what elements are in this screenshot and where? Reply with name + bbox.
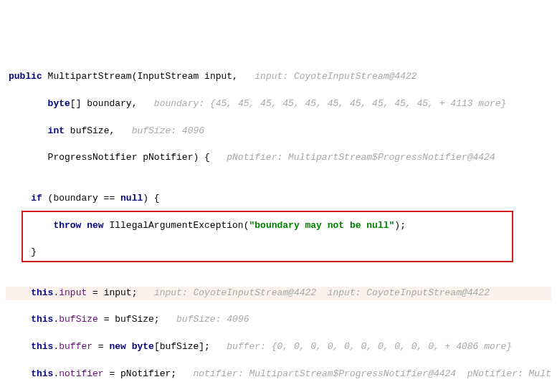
debug-hint: pNotifier: MultipartStream$ProgressNotif… [227, 152, 495, 163]
code-line: } [6, 246, 551, 259]
debug-hint: bufSize: 4096 [132, 125, 204, 136]
code-line: int bufSize, bufSize: 4096 [6, 125, 551, 138]
debug-hint: notifier: MultipartStream$ProgressNotifi… [193, 368, 551, 379]
code-line: public MultipartStream(InputStream input… [6, 70, 551, 84]
debug-hint: input: CoyoteInputStream@4422 input: Coy… [154, 287, 490, 298]
code-line: if (boundary == null) { [6, 192, 551, 206]
code-line: ProgressNotifier pNotifier) { pNotifier:… [6, 151, 551, 165]
code-line: byte[] boundary, boundary: {45, 45, 45, … [6, 97, 551, 111]
debug-hint: boundary: {45, 45, 45, 45, 45, 45, 45, 4… [154, 98, 506, 109]
debug-hint: input: CoyoteInputStream@4422 [254, 71, 416, 82]
code-editor[interactable]: public MultipartStream(InputStream input… [6, 57, 551, 392]
debug-hint: bufSize: 4096 [176, 314, 249, 325]
code-line: this.notifier = pNotifier; notifier: Mul… [6, 368, 551, 381]
code-line-changed: this.input = input; input: CoyoteInputSt… [6, 287, 551, 300]
code-line: throw new IllegalArgumentException("boun… [6, 219, 551, 233]
debug-hint: buffer: {0, 0, 0, 0, 0, 0, 0, 0, 0, 0, +… [227, 341, 512, 352]
code-line: this.bufSize = bufSize; bufSize: 4096 [6, 313, 551, 327]
code-line: this.buffer = new byte[bufSize]; buffer:… [6, 340, 551, 354]
